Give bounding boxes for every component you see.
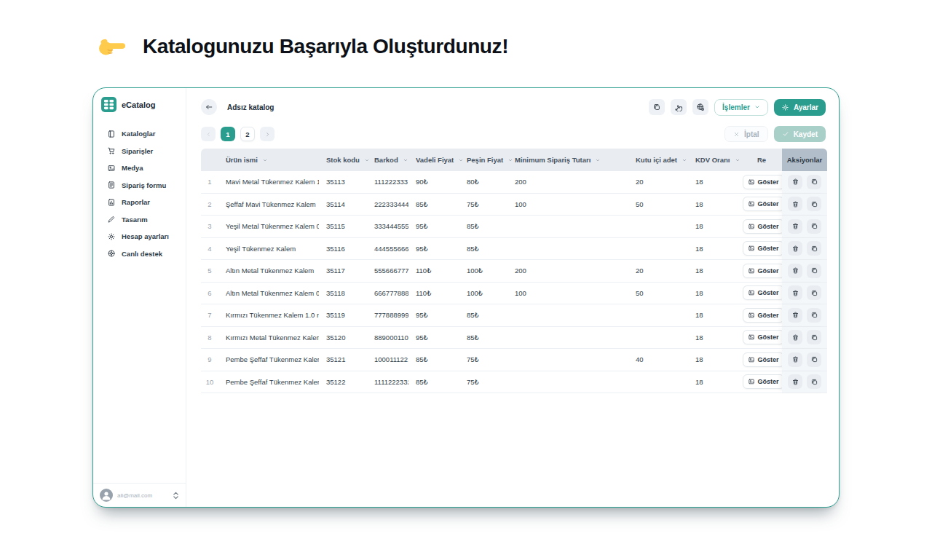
delete-row-button[interactable] [788, 330, 802, 344]
header-stok-kodu[interactable]: Stok kodu [319, 149, 367, 171]
duplicate-row-button[interactable] [807, 175, 821, 189]
cell-cash-price: 75₺ [459, 371, 508, 393]
goster-button[interactable]: Göster [743, 241, 784, 256]
user-email: ali@mail.com [117, 492, 168, 499]
duplicate-icon [810, 178, 818, 186]
delete-row-button[interactable] [788, 197, 802, 211]
header-barkod[interactable]: Barkod [367, 149, 408, 171]
image-icon [748, 267, 755, 275]
ayarlar-button[interactable]: Ayarlar [774, 99, 826, 116]
duplicate-row-button[interactable] [807, 308, 821, 323]
duplicate-row-button[interactable] [807, 285, 821, 300]
cell-cash-price: 75₺ [459, 194, 508, 216]
trash-icon [791, 222, 799, 230]
cell-cash-price: 100₺ [459, 283, 508, 304]
headline-text: Katalogunuzu Başarıyla Oluşturdunuz! [143, 35, 508, 58]
delete-row-button[interactable] [788, 264, 802, 278]
sidebar-item-raporlar[interactable]: Raporlar [93, 194, 186, 211]
web-publish-button[interactable] [692, 99, 708, 115]
delete-row-button[interactable] [788, 352, 802, 367]
ecatalog-logo-icon [101, 97, 116, 112]
sidebar-item-siparis-formu[interactable]: Sipariş formu [93, 177, 186, 194]
pointing-right-emoji-icon [98, 32, 127, 61]
duplicate-row-button[interactable] [807, 219, 821, 234]
goster-button[interactable]: Göster [743, 285, 784, 300]
trash-icon [791, 267, 799, 275]
header-vadeli-fiyat[interactable]: Vadeli Fiyat [408, 149, 459, 171]
prev-page-button[interactable] [201, 127, 216, 141]
delete-row-button[interactable] [788, 308, 802, 323]
goster-button[interactable]: Göster [743, 219, 784, 234]
duplicate-row-button[interactable] [807, 264, 821, 278]
delete-row-button[interactable] [788, 175, 802, 189]
header-urun-ismi[interactable]: Ürün ismi [218, 149, 319, 171]
delete-row-button[interactable] [788, 219, 802, 234]
delete-row-button[interactable] [788, 285, 802, 300]
sort-chevron-icon [595, 157, 601, 163]
cell-cash-price: 100₺ [459, 260, 508, 282]
cell-box-qty: 50 [628, 194, 688, 216]
trash-icon [791, 311, 799, 319]
trash-icon [791, 355, 799, 363]
table-body: 1 Mavi Metal Tükenmez Kalem 1.0 mm 35113… [201, 171, 827, 393]
cell-product-name: Kırmızı Tükenmez Kalem 1.0 mm [218, 304, 319, 326]
duplicate-row-button[interactable] [807, 374, 821, 389]
cell-image: Göster [741, 216, 782, 237]
goster-button[interactable]: Göster [743, 352, 784, 367]
brand-logo[interactable]: eCatalog [93, 88, 186, 118]
cell-actions [782, 216, 827, 237]
page-1-button[interactable]: 1 [221, 127, 235, 141]
sidebar-item-canli-destek[interactable]: Canlı destek [93, 245, 186, 263]
cart-icon [107, 146, 116, 155]
pagination-actions-row: 1 2 İptal Kaydet [201, 125, 826, 143]
cell-barcode: 222333444 [367, 194, 408, 216]
cell-actions [782, 171, 827, 193]
goster-button[interactable]: Göster [743, 175, 784, 189]
delete-row-button[interactable] [788, 241, 802, 256]
header-kdv-orani[interactable]: KDV Oranı [688, 149, 741, 171]
duplicate-row-button[interactable] [807, 241, 821, 256]
trash-icon [791, 334, 799, 342]
duplicate-row-button[interactable] [807, 330, 821, 344]
copy-link-button[interactable] [649, 99, 665, 115]
header-pesin-fiyat[interactable]: Peşin Fiyat [459, 149, 508, 171]
kaydet-button[interactable]: Kaydet [774, 126, 826, 142]
cell-image: Göster [741, 283, 782, 304]
sidebar-item-medya[interactable]: Medya [93, 159, 186, 177]
sidebar-item-tasarim[interactable]: Tasarım [93, 211, 186, 229]
sidebar-item-kataloglar[interactable]: Kataloglar [93, 125, 186, 143]
cell-stock-code: 35114 [319, 194, 367, 216]
next-page-button[interactable] [260, 127, 275, 141]
sidebar-item-siparisler[interactable]: Siparişler [93, 143, 186, 160]
table-row: 5 Altın Metal Tükenmez Kalem 35117 55566… [201, 260, 827, 283]
page-2-button[interactable]: 2 [240, 127, 255, 141]
whatsapp-share-button[interactable] [671, 99, 687, 115]
table-row: 3 Yeşil Metal Tükenmez Kalem 0.7 mm 3511… [201, 216, 827, 238]
duplicate-icon [810, 378, 818, 386]
cell-box-qty [628, 216, 688, 237]
header-minimum-siparis-tutari[interactable]: Minimum Sipariş Tutarı [508, 149, 628, 171]
islemler-dropdown[interactable]: İşlemler [714, 99, 768, 116]
account-switcher[interactable]: ali@mail.com [93, 483, 186, 507]
cell-term-price: 90₺ [408, 171, 459, 193]
goster-button[interactable]: Göster [743, 330, 784, 344]
goster-button[interactable]: Göster [743, 197, 784, 211]
table-header: Ürün ismi Stok kodu Barkod Vadeli Fiyat … [201, 149, 827, 171]
cell-min-order [508, 371, 628, 393]
goster-button[interactable]: Göster [743, 374, 784, 389]
reports-icon [107, 198, 116, 207]
iptal-button[interactable]: İptal [724, 126, 768, 142]
goster-button[interactable]: Göster [743, 264, 784, 278]
goster-button[interactable]: Göster [743, 308, 784, 323]
delete-row-button[interactable] [788, 374, 802, 389]
row-number: 3 [201, 216, 218, 237]
duplicate-row-button[interactable] [807, 197, 821, 211]
app-window: eCatalog Kataloglar Siparişler Medya Sip… [92, 87, 840, 508]
header-kutu-ici-adet[interactable]: Kutu içi adet [628, 149, 688, 171]
duplicate-row-button[interactable] [807, 352, 821, 367]
sidebar-item-hesap-ayarlari[interactable]: Hesap ayarları [93, 228, 186, 245]
cell-actions [782, 283, 827, 304]
back-button[interactable] [201, 99, 217, 115]
table-row: 4 Yeşil Tükenmez Kalem 35116 444555666 9… [201, 238, 827, 261]
image-icon [748, 312, 755, 319]
